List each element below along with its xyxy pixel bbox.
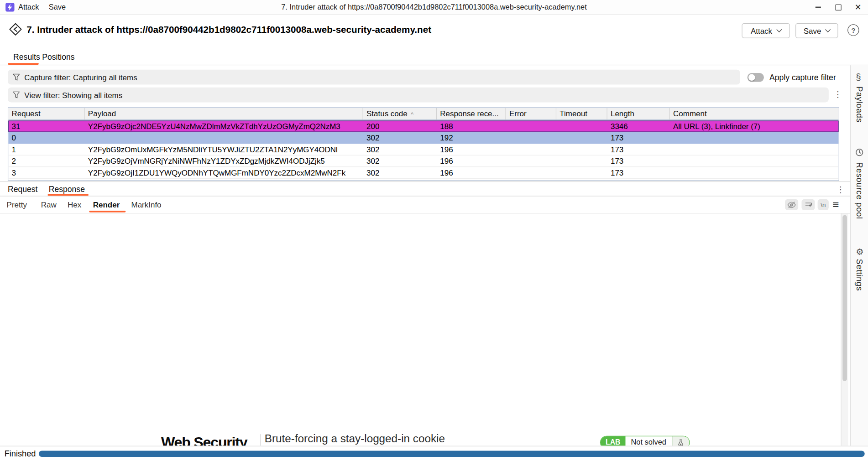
- column-header-error[interactable]: Error: [506, 108, 556, 119]
- chevron-down-icon: [826, 27, 831, 32]
- render-subtab-underline: [89, 211, 125, 212]
- cell-received: 196: [437, 167, 506, 178]
- hide-nonprintable-button[interactable]: [785, 199, 798, 210]
- menu-attack[interactable]: Attack: [18, 0, 39, 15]
- subtab-render[interactable]: Render: [93, 200, 120, 209]
- cell-received: 196: [437, 144, 506, 155]
- maximize-icon: [835, 4, 841, 10]
- menu-save[interactable]: Save: [49, 0, 66, 15]
- intruder-arrow-icon: [9, 23, 22, 36]
- editor-settings-button[interactable]: ≡: [832, 199, 839, 210]
- word-wrap-button[interactable]: [801, 199, 815, 210]
- cell-request: 3: [8, 167, 84, 178]
- intruder-attack-window: Attack Save 7. Intruder attack of https:…: [0, 0, 868, 461]
- table-row[interactable]: 0 302 192 173: [8, 132, 839, 144]
- status-header-label: Status code: [366, 109, 408, 118]
- cell-comment: [670, 132, 839, 144]
- editor-menu-button[interactable]: ⋮: [837, 186, 845, 194]
- column-header-comment[interactable]: Comment: [670, 108, 839, 119]
- tab-positions[interactable]: Positions: [42, 52, 74, 61]
- save-button-label: Save: [804, 26, 821, 35]
- view-filter-label: View filter: Showing all items: [24, 90, 122, 99]
- funnel-icon: [13, 91, 20, 98]
- attack-status-text: Finished: [5, 446, 36, 461]
- apply-capture-filter-label: Apply capture filter: [769, 73, 836, 82]
- editor-top-divider: [0, 181, 850, 182]
- window-title: 7. Intruder attack of https://0a8700f904…: [166, 0, 702, 15]
- word-wrap-icon: [804, 202, 812, 208]
- save-button[interactable]: Save: [795, 23, 838, 38]
- cell-comment: [670, 155, 839, 166]
- view-filter-menu-button[interactable]: ⋮: [834, 91, 842, 98]
- cell-status: 302: [363, 144, 437, 155]
- close-button[interactable]: ✕: [849, 0, 867, 15]
- capture-filter-label: Capture filter: Capturing all items: [24, 73, 137, 82]
- lab-title: Brute-forcing a stay-logged-in cookie: [265, 433, 445, 445]
- cell-status: 302: [363, 167, 437, 178]
- results-table-header: Request Payload Status code^ Response re…: [8, 108, 839, 121]
- column-header-length[interactable]: Length: [607, 108, 670, 119]
- cell-comment: All URL (3), Linkfinder (7): [670, 120, 839, 132]
- cell-comment: [670, 144, 839, 155]
- cell-timeout: [556, 155, 607, 166]
- column-header-status[interactable]: Status code^: [363, 108, 437, 119]
- kebab-icon: ⋮: [834, 90, 842, 99]
- table-row[interactable]: 31 Y2FybG9zOjc2NDE5YzU4NzMwZDlmMzVkZTdhY…: [8, 120, 839, 132]
- tab-results[interactable]: Results: [13, 52, 40, 61]
- results-tab-underline: [8, 63, 39, 65]
- column-header-response-received[interactable]: Response rece...: [437, 108, 506, 119]
- hamburger-icon: ≡: [832, 198, 839, 211]
- help-button[interactable]: ?: [847, 24, 859, 36]
- column-header-timeout[interactable]: Timeout: [556, 108, 607, 119]
- render-scrollbar-track[interactable]: [841, 213, 848, 445]
- logo-divider: [260, 434, 261, 445]
- toggle-knob: [748, 74, 755, 81]
- cell-length: 173: [607, 167, 670, 178]
- table-row[interactable]: 3 Y2FybG9zOjI1ZDU1YWQyODNhYTQwMGFmNDY0Yz…: [8, 167, 839, 178]
- column-header-request[interactable]: Request: [8, 108, 84, 119]
- minimize-icon: [816, 7, 821, 8]
- attack-button-label: Attack: [751, 26, 772, 35]
- cell-length: 173: [607, 144, 670, 155]
- cell-request: 1: [8, 144, 84, 155]
- subtab-hex[interactable]: Hex: [68, 200, 81, 209]
- table-row[interactable]: 2 Y2FybG9zOjVmNGRjYzNiNWFhNzY1ZDYxZDgzMj…: [8, 155, 839, 167]
- editor-mid-divider: [0, 196, 850, 196]
- window-titlebar: Attack Save 7. Intruder attack of https:…: [0, 0, 868, 15]
- cell-payload: Y2FybG9zOjVmNGRjYzNiNWFhNzY1ZDYxZDgzMjdk…: [85, 155, 363, 166]
- cell-timeout: [556, 167, 607, 178]
- subtab-pretty[interactable]: Pretty: [7, 200, 27, 209]
- cell-length: 3346: [607, 120, 670, 132]
- cell-payload: [85, 132, 363, 144]
- view-filter-bar[interactable]: View filter: Showing all items: [8, 88, 829, 103]
- capture-filter-bar[interactable]: Capture filter: Capturing all items: [8, 70, 740, 85]
- cell-error: [506, 155, 556, 166]
- gear-icon: ⚙: [856, 247, 863, 257]
- show-newlines-button[interactable]: \n: [818, 199, 829, 210]
- newline-icon: \n: [821, 202, 826, 208]
- cell-status: 200: [363, 120, 437, 132]
- status-bar: Finished: [0, 446, 868, 461]
- column-header-payload[interactable]: Payload: [85, 108, 363, 119]
- sidebar-item-label: Resource pool: [855, 162, 864, 219]
- sidebar-item-label: Payloads: [855, 86, 864, 123]
- cell-timeout: [556, 144, 607, 155]
- table-row[interactable]: 1 Y2FybG9zOmUxMGFkYzM5NDliYTU5YWJiZTU2ZT…: [8, 144, 839, 155]
- apply-capture-filter-toggle[interactable]: [748, 73, 764, 82]
- response-render-panel: Web Security Academy Brute-forcing a sta…: [0, 213, 841, 445]
- cell-timeout: [556, 132, 607, 144]
- minimize-button[interactable]: [809, 0, 827, 15]
- burp-app-icon: [5, 3, 14, 11]
- tab-request[interactable]: Request: [8, 185, 38, 193]
- sidebar-item-label: Settings: [855, 259, 864, 291]
- attack-button[interactable]: Attack: [742, 23, 790, 38]
- render-scrollbar-thumb[interactable]: [842, 215, 847, 381]
- cell-payload: Y2FybG9zOmUxMGFkYzM5NDliYTU5YWJiZTU2ZTA1…: [85, 144, 363, 155]
- cell-request: 0: [8, 132, 84, 144]
- subtab-raw[interactable]: Raw: [41, 200, 57, 209]
- tab-response[interactable]: Response: [49, 185, 85, 193]
- cell-status: 302: [363, 155, 437, 166]
- lab-badge-status: Not solved: [625, 436, 672, 446]
- maximize-button[interactable]: [829, 0, 847, 15]
- subtab-markinfo[interactable]: MarkInfo: [131, 200, 161, 209]
